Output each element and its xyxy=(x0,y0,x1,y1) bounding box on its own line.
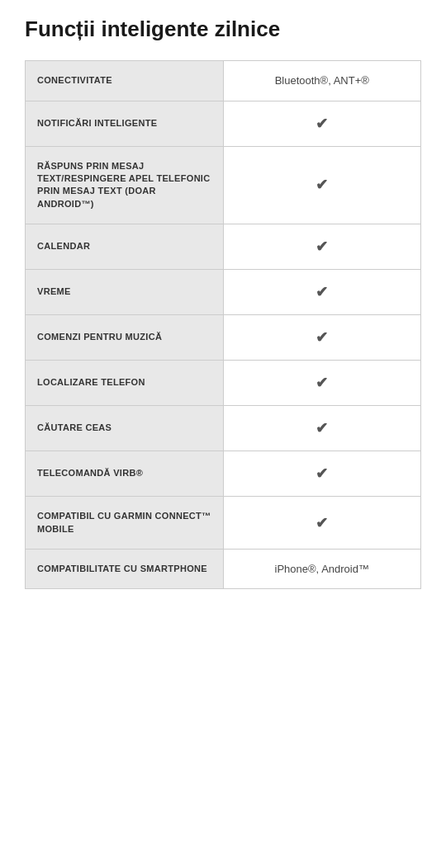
checkmark-icon: ✔ xyxy=(316,465,328,482)
feature-value-vreme: ✔ xyxy=(223,270,421,315)
page-title: Funcții inteligente zilnice xyxy=(25,17,421,42)
table-row: TELECOMANDĂ VIRB®✔ xyxy=(26,451,421,497)
table-row: COMENZI PENTRU MUZICĂ✔ xyxy=(26,315,421,361)
feature-label-telecomanda: TELECOMANDĂ VIRB® xyxy=(26,451,224,497)
feature-value-cautare-ceas: ✔ xyxy=(223,406,421,451)
table-row: VREME✔ xyxy=(26,270,421,315)
table-row: NOTIFICĂRI INTELIGENTE✔ xyxy=(26,101,421,146)
checkmark-icon: ✔ xyxy=(316,284,328,300)
feature-value-comenzi-muzica: ✔ xyxy=(223,315,421,361)
page-container: Funcții inteligente zilnice CONECTIVITAT… xyxy=(0,0,446,614)
table-row: LOCALIZARE TELEFON✔ xyxy=(26,361,421,406)
checkmark-icon: ✔ xyxy=(316,329,328,346)
feature-value-calendar: ✔ xyxy=(223,224,421,270)
feature-label-calendar: CALENDAR xyxy=(26,224,224,270)
checkmark-icon: ✔ xyxy=(316,238,328,255)
feature-label-raspuns: RĂSPUNS PRIN MESAJ TEXT/RESPINGERE APEL … xyxy=(26,146,224,224)
feature-label-compatibilitate-smartphone: COMPATIBILITATE CU SMARTPHONE xyxy=(26,549,224,588)
table-row: CĂUTARE CEAS✔ xyxy=(26,406,421,451)
feature-value-localizare: ✔ xyxy=(223,361,421,406)
table-row: CALENDAR✔ xyxy=(26,224,421,270)
feature-value-compatibilitate-smartphone: iPhone®, Android™ xyxy=(223,549,421,588)
features-table: CONECTIVITATEBluetooth®, ANT+®NOTIFICĂRI… xyxy=(25,60,421,589)
feature-label-cautare-ceas: CĂUTARE CEAS xyxy=(26,406,224,451)
feature-value-raspuns: ✔ xyxy=(223,146,421,224)
checkmark-icon: ✔ xyxy=(316,420,328,436)
feature-label-conectivitate: CONECTIVITATE xyxy=(26,61,224,101)
feature-label-comenzi-muzica: COMENZI PENTRU MUZICĂ xyxy=(26,315,224,361)
checkmark-icon: ✔ xyxy=(316,375,328,391)
checkmark-icon: ✔ xyxy=(316,116,328,132)
feature-value-telecomanda: ✔ xyxy=(223,451,421,497)
table-row: COMPATIBILITATE CU SMARTPHONEiPhone®, An… xyxy=(26,549,421,588)
feature-value-compatibil-garmin: ✔ xyxy=(223,497,421,550)
feature-value-notificari: ✔ xyxy=(223,101,421,146)
feature-label-notificari: NOTIFICĂRI INTELIGENTE xyxy=(26,101,224,146)
feature-label-localizare: LOCALIZARE TELEFON xyxy=(26,361,224,406)
feature-label-vreme: VREME xyxy=(26,270,224,315)
feature-value-conectivitate: Bluetooth®, ANT+® xyxy=(223,61,421,101)
table-row: RĂSPUNS PRIN MESAJ TEXT/RESPINGERE APEL … xyxy=(26,146,421,224)
feature-label-compatibil-garmin: COMPATIBIL CU GARMIN CONNECT™ MOBILE xyxy=(26,497,224,550)
checkmark-icon: ✔ xyxy=(316,177,328,193)
table-row: COMPATIBIL CU GARMIN CONNECT™ MOBILE✔ xyxy=(26,497,421,550)
text-value: Bluetooth®, ANT+® xyxy=(275,74,369,87)
text-value: iPhone®, Android™ xyxy=(275,563,369,575)
table-row: CONECTIVITATEBluetooth®, ANT+® xyxy=(26,61,421,101)
checkmark-icon: ✔ xyxy=(316,515,328,531)
